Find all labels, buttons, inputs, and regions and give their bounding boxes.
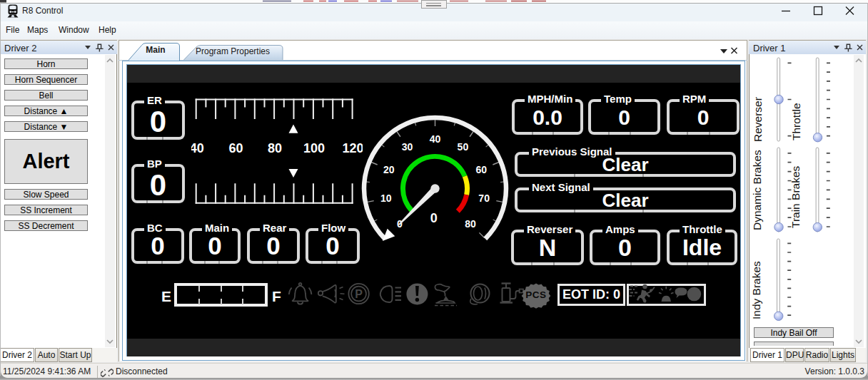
svg-text:70: 70	[478, 192, 490, 204]
svg-text:10: 10	[380, 192, 392, 204]
svg-text:40: 40	[430, 133, 441, 145]
svg-text:50: 50	[458, 141, 469, 153]
svg-text:80: 80	[268, 141, 282, 155]
svg-text:Reverser: Reverser	[752, 97, 764, 142]
svg-text:Indy Brakes: Indy Brakes	[750, 261, 762, 319]
svg-text:PCS: PCS	[525, 289, 546, 300]
svg-text:Throttle: Throttle	[790, 103, 802, 140]
svg-text:80: 80	[465, 218, 476, 230]
svg-text:20: 20	[383, 164, 395, 175]
svg-text:40: 40	[191, 141, 204, 155]
svg-text:Train Brakes: Train Brakes	[789, 165, 802, 228]
svg-text:30: 30	[402, 141, 413, 153]
svg-text:Main: Main	[146, 45, 165, 55]
svg-text:Program Properties: Program Properties	[196, 46, 270, 56]
svg-text:0: 0	[430, 211, 438, 225]
svg-text:P: P	[355, 288, 363, 300]
svg-text:60: 60	[228, 141, 243, 155]
svg-text:Dynamic Brakes: Dynamic Brakes	[751, 150, 763, 230]
svg-text:60: 60	[475, 164, 487, 175]
svg-text:100: 100	[303, 141, 325, 155]
